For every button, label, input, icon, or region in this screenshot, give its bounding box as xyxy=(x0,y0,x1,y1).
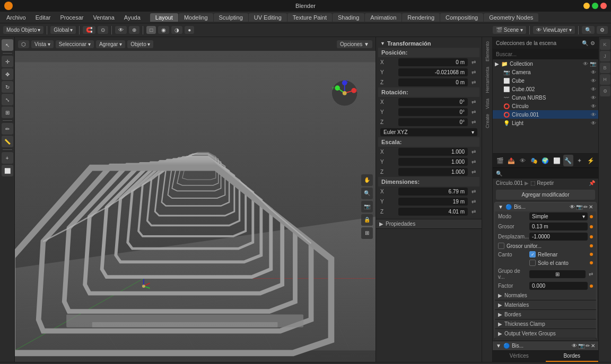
grupo-v-link[interactable]: ⇄ xyxy=(589,271,593,277)
menu-archivo[interactable]: Archivo xyxy=(2,13,30,22)
modifier-edit-icon[interactable]: ✏ xyxy=(583,204,588,210)
prop-particles-icon[interactable]: ✦ xyxy=(574,155,584,166)
minimize-btn[interactable] xyxy=(583,3,590,9)
collection-eye[interactable]: 👁 xyxy=(583,61,588,67)
tab-sculpting[interactable]: Sculpting xyxy=(214,13,248,22)
light-eye[interactable]: 👁 xyxy=(591,120,596,126)
kitops-btn-3[interactable]: B xyxy=(600,63,610,73)
bottom-mod-cam[interactable]: 📷 xyxy=(578,343,584,349)
dim-x-link[interactable]: ⇄ xyxy=(470,188,477,196)
pos-z-value[interactable]: 0 m xyxy=(398,78,468,86)
desplaz-value[interactable]: -1.0000 xyxy=(529,233,588,241)
measure-tool[interactable]: 📏 xyxy=(2,136,13,147)
snap-btn[interactable]: 🧲 xyxy=(83,26,95,34)
prop-modifier-icon[interactable]: 🔧 xyxy=(563,155,573,166)
cursor-tool[interactable]: ✛ xyxy=(2,56,13,67)
cube002-eye[interactable]: 👁 xyxy=(591,86,596,92)
grupo-v-value[interactable]: ⊞ xyxy=(529,270,586,278)
prop-output-icon[interactable]: 📤 xyxy=(506,155,516,166)
tab-uv-editing[interactable]: UV Editing xyxy=(249,13,287,22)
scale-x-link[interactable]: ⇄ xyxy=(470,148,477,156)
rotate-tool[interactable]: ↻ xyxy=(2,81,13,93)
kitops-btn-1[interactable]: K xyxy=(600,39,610,50)
nurbs-eye[interactable]: 👁 xyxy=(591,95,596,101)
dim-y-value[interactable]: 19 m xyxy=(398,198,468,206)
add-modifier-btn[interactable]: Agregar modificador xyxy=(496,190,595,200)
tab-geometry-nodes[interactable]: Geometry Nodes xyxy=(484,13,538,22)
tab-animation[interactable]: Animation xyxy=(365,13,401,22)
vtab-vista[interactable]: Vista xyxy=(484,96,491,111)
overlays-btn[interactable]: 👁 xyxy=(115,26,127,34)
move-tool[interactable]: ✥ xyxy=(2,68,13,80)
rot-z-value[interactable]: 0° xyxy=(398,118,468,126)
bottom-mod-edit[interactable]: ✏ xyxy=(586,343,590,349)
menu-ventana[interactable]: Ventana xyxy=(89,13,118,22)
solo-canto-checkbox[interactable] xyxy=(529,260,536,266)
pos-y-value[interactable]: -0.021068 m xyxy=(398,68,468,76)
material-btn[interactable]: ◑ xyxy=(171,26,182,34)
outliner-item-light[interactable]: 💡 Light 👁 xyxy=(493,119,598,127)
dim-y-link[interactable]: ⇄ xyxy=(470,198,477,206)
rot-z-link[interactable]: ⇄ xyxy=(470,119,477,126)
vtab-create[interactable]: Create xyxy=(484,112,491,130)
viewport-shading-menu[interactable]: ⬡ xyxy=(18,40,29,48)
proportional-btn[interactable]: ⊙ xyxy=(98,26,108,34)
collection-camera[interactable]: 📷 xyxy=(590,61,596,67)
pos-x-value[interactable]: 0 m xyxy=(398,58,468,66)
modifier-more-icon[interactable]: ✕ xyxy=(589,204,593,210)
scale-z-link[interactable]: ⇄ xyxy=(470,168,477,176)
outliner-item-collection[interactable]: ▶ 📁 Collection 👁 📷 xyxy=(493,59,598,68)
outliner-filter-icon[interactable]: ⚙ xyxy=(590,40,595,46)
scene-selector[interactable]: 🎬 Scene ▾ xyxy=(493,26,526,34)
close-btn[interactable] xyxy=(600,3,607,9)
outliner-search-input[interactable] xyxy=(496,51,595,57)
breadcrumb-pin[interactable]: 📌 xyxy=(589,180,595,186)
bottom-tab-bordes[interactable]: Bordes xyxy=(546,351,599,362)
pos-x-link[interactable]: ⇄ xyxy=(470,59,477,66)
materiales-header[interactable]: ▶ Materiales xyxy=(495,300,596,309)
normales-header[interactable]: ▶ Normales xyxy=(495,291,596,300)
outliner-item-cube002[interactable]: ⬜ Cube.002 👁 xyxy=(493,85,598,93)
tab-rendering[interactable]: Rendering xyxy=(402,13,440,22)
scale-z-value[interactable]: 1.000 xyxy=(398,168,468,176)
maximize-btn[interactable] xyxy=(592,3,598,9)
bottom-modifier-header[interactable]: ▼ 🔵 Bis... 👁 📷 ✏ ✕ xyxy=(493,341,598,350)
dim-x-value[interactable]: 6.79 m xyxy=(398,188,468,196)
scene-canvas[interactable]: X Y Z ✋ 🔍 📷 🔒 ⊞ xyxy=(15,51,376,362)
modifier-block-header[interactable]: ▼ 🔵 Bis... 👁 📷 ✏ ✕ xyxy=(495,202,596,211)
menu-ayuda[interactable]: Ayuda xyxy=(120,13,145,22)
scale-tool[interactable]: ⤡ xyxy=(2,94,13,105)
outliner-item-camera[interactable]: 📷 Camera 👁 xyxy=(493,68,598,76)
hand-tool[interactable]: ✋ xyxy=(361,174,373,186)
region-tool[interactable]: ⬜ xyxy=(2,165,13,176)
kitops-btn-2[interactable]: J xyxy=(600,51,610,61)
pos-z-link[interactable]: ⇄ xyxy=(470,79,477,86)
mode-selector[interactable]: Modo Objeto ▾ xyxy=(3,26,43,34)
grosor-value[interactable]: 0.13 m xyxy=(529,223,588,230)
kitops-btn-4[interactable]: H xyxy=(600,74,610,85)
viewport-object-menu[interactable]: Objeto ▾ xyxy=(127,40,153,48)
vtab-herramienta[interactable]: Herramienta xyxy=(484,65,491,95)
bottom-mod-eye[interactable]: 👁 xyxy=(572,343,577,349)
pos-y-link[interactable]: ⇄ xyxy=(470,69,477,76)
prop-view-icon[interactable]: 👁 xyxy=(518,155,528,166)
circulo001-eye[interactable]: 👁 xyxy=(591,112,596,118)
dim-z-link[interactable]: ⇄ xyxy=(470,208,477,216)
rellenar-checkbox[interactable] xyxy=(529,251,536,258)
modifier-render-icon-sm[interactable]: 📷 xyxy=(576,204,582,210)
add-tool[interactable]: + xyxy=(2,152,13,164)
tab-modeling[interactable]: Modeling xyxy=(179,13,213,22)
output-vertex-header[interactable]: ▶ Output Vertex Groups xyxy=(495,329,596,338)
factor-value[interactable]: 0.000 xyxy=(529,282,588,290)
tab-layout[interactable]: Layout xyxy=(150,13,178,22)
viewport-options-btn[interactable]: Opciones ▼ xyxy=(337,40,372,48)
scale-y-link[interactable]: ⇄ xyxy=(470,158,477,166)
cube-eye[interactable]: 👁 xyxy=(591,78,596,84)
zoom-tool[interactable]: 🔍 xyxy=(361,188,373,199)
outliner-item-circulo[interactable]: ⭕ Círculo 👁 xyxy=(493,102,598,110)
outliner-search-icon[interactable]: 🔍 xyxy=(582,40,588,46)
transform-header[interactable]: ▼ Transformación xyxy=(378,39,479,48)
prop-physics-icon[interactable]: ⚡ xyxy=(586,155,596,166)
prop-scene-icon[interactable]: 🎭 xyxy=(529,155,539,166)
properties-header[interactable]: ▶ Propiedades xyxy=(376,219,482,228)
